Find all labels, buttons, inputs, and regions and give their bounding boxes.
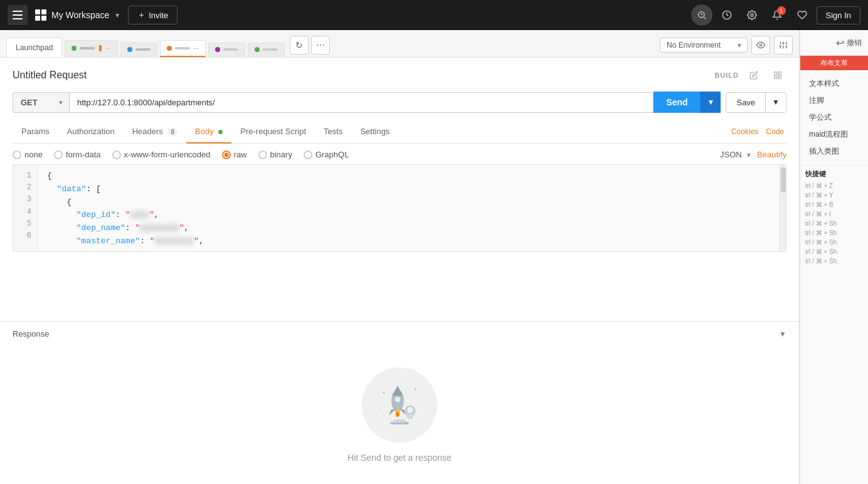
tab-bar-4 xyxy=(223,48,238,51)
cookies-link[interactable]: Cookies xyxy=(731,127,758,136)
tab-body[interactable]: Body xyxy=(186,120,231,144)
navbar: My Workspace ▼ ＋ Invite 1 Sign In xyxy=(0,0,868,30)
history-icon-btn[interactable] xyxy=(716,4,738,26)
sub-tabs: Params Authorization Headers 8 Body Pre-… xyxy=(13,120,786,144)
publish-button[interactable]: 布布文草 xyxy=(800,56,868,70)
option-none[interactable]: none xyxy=(13,150,43,159)
beautify-button[interactable]: Beautify xyxy=(757,150,786,159)
tab-launchpad[interactable]: Launchpad xyxy=(6,38,62,57)
env-select[interactable]: No Environment xyxy=(660,38,748,53)
undo-icon-btn[interactable]: ↩ xyxy=(836,35,844,50)
svg-marker-26 xyxy=(389,409,395,416)
tab-pre-request[interactable]: Pre-request Script xyxy=(231,120,315,144)
tab-item-4[interactable] xyxy=(208,43,245,57)
tab-bar-5 xyxy=(263,48,278,51)
main-layout: Launchpad ··· ··· xyxy=(0,30,868,484)
svg-rect-20 xyxy=(778,72,781,75)
svg-point-33 xyxy=(383,392,385,394)
text-sample-item[interactable]: 文本样式 xyxy=(805,75,863,92)
tab-headers[interactable]: Headers 8 xyxy=(124,120,186,144)
code-line-2: "data": [ xyxy=(47,183,777,196)
response-area: Response ▼ xyxy=(0,321,799,484)
edit-icon-btn[interactable] xyxy=(745,66,763,84)
send-dropdown-button[interactable]: ▼ xyxy=(701,92,721,113)
tab-accent-1 xyxy=(99,45,102,51)
undo-label: 撤销 xyxy=(847,35,862,50)
response-header[interactable]: Response ▼ xyxy=(0,322,799,346)
method-select-wrapper: GET POST PUT DELETE PATCH ▼ xyxy=(13,92,69,113)
url-bar: GET POST PUT DELETE PATCH ▼ Send ▼ Save … xyxy=(13,92,786,113)
save-button[interactable]: Save xyxy=(726,92,765,113)
option-form-data[interactable]: form-data xyxy=(54,150,101,159)
code-line-1: { xyxy=(47,170,777,183)
svg-rect-32 xyxy=(407,414,413,419)
tab-authorization[interactable]: Authorization xyxy=(58,120,124,144)
settings-icon-btn[interactable] xyxy=(741,4,763,26)
tab-bar-1 xyxy=(80,47,95,50)
option-raw[interactable]: raw xyxy=(222,150,247,159)
svg-rect-0 xyxy=(13,11,23,12)
sign-in-button[interactable]: Sign In xyxy=(817,6,860,24)
method-select[interactable]: GET POST PUT DELETE PATCH xyxy=(13,92,69,113)
tab-tests[interactable]: Tests xyxy=(315,120,351,144)
tab-item-2[interactable] xyxy=(120,43,157,57)
menu-icon[interactable] xyxy=(8,5,28,25)
mermaid-item[interactable]: maid流程图 xyxy=(805,126,863,143)
svg-line-4 xyxy=(704,17,706,19)
radio-raw[interactable] xyxy=(222,150,231,159)
radio-form-data[interactable] xyxy=(54,150,63,159)
tab-item-5[interactable] xyxy=(248,43,285,57)
radio-none[interactable] xyxy=(13,150,21,159)
tab-dot-3 xyxy=(167,46,172,51)
sub-tabs-right: Cookies Code xyxy=(731,127,786,136)
url-input[interactable] xyxy=(69,92,654,113)
radio-urlencoded[interactable] xyxy=(112,150,121,159)
build-row: BUILD xyxy=(714,66,786,84)
sliders-icon-btn[interactable] xyxy=(774,36,793,55)
notification-badge: 1 xyxy=(777,6,786,15)
heart-icon-btn[interactable] xyxy=(791,4,813,26)
code-content: 1 2 3 4 5 6 { "data": [ { "dep_id": "██"… xyxy=(13,165,786,252)
response-content: Hit Send to get a response xyxy=(0,346,799,484)
line-numbers: 1 2 3 4 5 6 xyxy=(13,165,38,252)
notifications-icon-btn[interactable]: 1 xyxy=(766,4,788,26)
response-chevron-icon: ▼ xyxy=(779,330,786,339)
grid-icon-btn[interactable] xyxy=(769,66,786,84)
workspace-selector[interactable]: My Workspace ▼ xyxy=(35,9,120,21)
code-editor[interactable]: 1 2 3 4 5 6 { "data": [ { "dep_id": "██"… xyxy=(13,164,786,252)
shortcut-8: trl / ⌘ + Sh xyxy=(805,247,863,256)
tab-dot-2 xyxy=(127,47,132,52)
tab-params[interactable]: Params xyxy=(13,120,58,144)
editor-scrollbar[interactable] xyxy=(780,165,786,251)
tab-item-1[interactable]: ··· xyxy=(65,40,117,57)
invite-button[interactable]: ＋ Invite xyxy=(128,6,177,24)
radio-binary[interactable] xyxy=(258,150,267,159)
option-urlencoded[interactable]: x-www-form-urlencoded xyxy=(112,150,211,159)
nav-btn[interactable]: ⋯ xyxy=(311,36,330,55)
option-graphql[interactable]: GraphQL xyxy=(304,150,349,159)
tab-item-3[interactable]: ··· xyxy=(160,40,206,57)
shortcut-5: trl / ⌘ + Sh xyxy=(805,219,863,228)
save-dropdown-button[interactable]: ▼ xyxy=(765,92,786,113)
json-format-select[interactable]: JSON xyxy=(720,150,752,159)
search-icon-btn[interactable] xyxy=(691,4,712,26)
tab-settings[interactable]: Settings xyxy=(351,120,398,144)
footnote-item[interactable]: 注脚 xyxy=(805,92,863,109)
code-link[interactable]: Code xyxy=(766,127,784,136)
request-title-row: Untitled Request BUILD xyxy=(13,66,786,84)
option-binary[interactable]: binary xyxy=(258,150,292,159)
svg-point-35 xyxy=(380,408,381,409)
insert-class-item[interactable]: 插入类图 xyxy=(805,143,863,160)
env-select-wrapper: No Environment ▼ xyxy=(660,38,748,53)
formula-item[interactable]: 学公式 xyxy=(805,109,863,126)
svg-point-31 xyxy=(406,406,414,414)
code-lines: { "data": [ { "dep_id": "██", "dep_name"… xyxy=(38,165,786,252)
body-active-dot xyxy=(218,130,223,134)
radio-graphql[interactable] xyxy=(304,150,312,159)
eye-icon-btn[interactable] xyxy=(751,36,770,55)
shortcut-title: 快捷键 xyxy=(805,169,863,179)
tab-url-3: ··· xyxy=(193,45,199,52)
send-button[interactable]: Send xyxy=(654,92,700,113)
build-label: BUILD xyxy=(714,71,739,79)
reload-btn[interactable]: ↻ xyxy=(290,36,309,55)
